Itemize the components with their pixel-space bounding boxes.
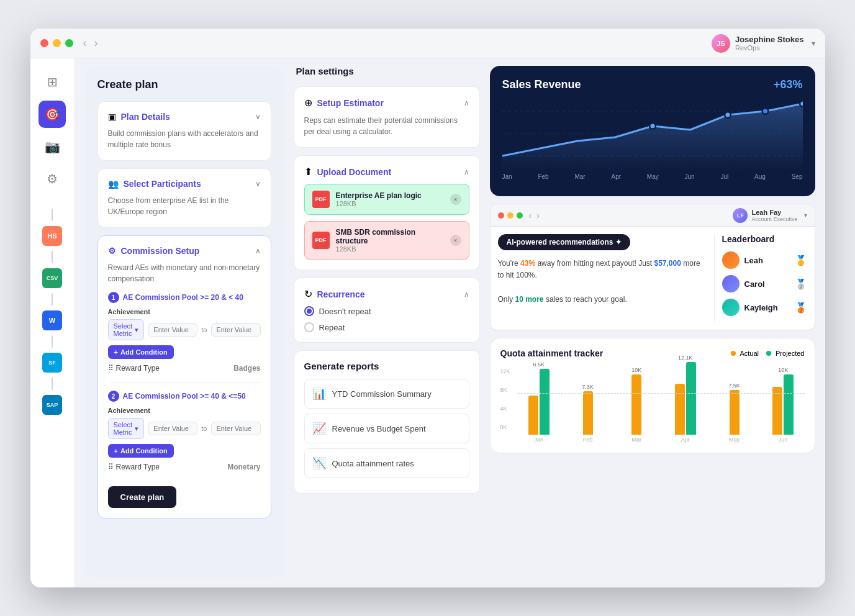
bar-label-feb: Feb — [583, 437, 593, 443]
bar-label-jan: Jan — [535, 437, 544, 443]
mini-minimize-button[interactable] — [507, 212, 513, 219]
create-plan-button[interactable]: Create plan — [108, 486, 177, 508]
sidebar-item-target[interactable]: 🎯 — [38, 101, 66, 128]
forward-arrow[interactable]: › — [94, 37, 98, 50]
add-condition-label: Add Condition — [120, 348, 168, 356]
leaderboard-item-carol: Carol 🥈 — [722, 275, 807, 292]
pool-1-value-input-1[interactable] — [148, 323, 197, 337]
mini-user-details: Leah Fay Account Executive — [751, 209, 797, 222]
file-1-info: Enterprise AE plan logic 128KB — [336, 191, 444, 207]
estimator-desc: Reps can estimate their potential commis… — [304, 115, 469, 137]
plan-details-section: ▣ Plan Details ∨ Build commission plans … — [97, 101, 271, 161]
hubspot-plugin-icon[interactable]: HS — [42, 226, 62, 246]
generate-reports-card: Generate reports 📊 YTD Commission Summar… — [294, 350, 480, 494]
mini-user-chevron[interactable]: ▾ — [804, 212, 807, 219]
user-details: Josephine Stokes RevOps — [735, 35, 804, 52]
sidebar-item-settings[interactable]: ⚙ — [38, 165, 66, 192]
sidebar-item-grid[interactable]: ⊞ — [38, 68, 66, 96]
y-label-0k: 0K — [500, 424, 513, 430]
commission-title-text: Commission Setup — [121, 246, 200, 256]
ai-badge-text: AI-powered recommendations ✦ — [507, 238, 622, 247]
window-controls — [40, 39, 73, 47]
user-info[interactable]: JS Josephine Stokes RevOps ▾ — [712, 34, 815, 53]
chart-label-jul: Jul — [720, 173, 728, 180]
mini-nav[interactable]: ‹ › — [529, 211, 540, 220]
quota-report-icon: 📉 — [312, 456, 326, 470]
file-2-close-button[interactable]: × — [450, 235, 461, 246]
sidebar-divider-3 — [52, 293, 53, 306]
sidebar-item-camera[interactable]: 📷 — [38, 133, 66, 160]
quota-attainment-card: Quota attainment tracker Actual Projecte… — [490, 338, 815, 453]
pool-1-metric-text: Select Metric — [114, 322, 133, 337]
sidebar-plugins: HS CSV W SF SAP — [42, 207, 62, 415]
pool-2-add-condition-label: Add Condition — [120, 447, 168, 455]
bar-pair-feb — [583, 391, 593, 435]
pool-2-metric-text: Select Metric — [114, 421, 133, 436]
salesforce-plugin-icon[interactable]: SF — [42, 353, 62, 373]
commission-chevron[interactable]: ∧ — [255, 247, 261, 255]
report-item-ytd[interactable]: 📊 YTD Commission Summary — [304, 379, 469, 409]
recurrence-chevron[interactable]: ∧ — [464, 290, 469, 299]
upload-document-header[interactable]: ⬆ Upload Document ∧ — [304, 166, 469, 178]
doesnt-repeat-option[interactable]: Doesn't repeat — [304, 306, 469, 316]
bar-label-mar: Mar — [631, 437, 641, 443]
estimator-header-left: ⊕ Setup Estimator — [304, 97, 384, 109]
sidebar-divider-4 — [52, 335, 53, 348]
recurrence-header[interactable]: ↻ Recurrence ∧ — [304, 288, 469, 300]
sap-plugin-icon[interactable]: SAP — [42, 395, 62, 415]
leaderboard-item-leah: Leah 🥇 — [722, 251, 807, 269]
back-arrow[interactable]: ‹ — [83, 37, 87, 50]
sidebar-divider-2 — [52, 251, 53, 263]
nav-arrows[interactable]: ‹ › — [83, 37, 98, 50]
pool-2-value-input-1[interactable] — [148, 422, 197, 435]
doesnt-repeat-radio[interactable] — [304, 306, 314, 316]
bar-apr-actual — [675, 384, 685, 435]
pool-2-add-condition-button[interactable]: + Add Condition — [108, 444, 174, 458]
svg-point-4 — [649, 123, 656, 129]
pool-2-value-input-2[interactable] — [211, 422, 261, 435]
recurrence-header-left: ↻ Recurrence — [304, 288, 365, 300]
estimator-chevron[interactable]: ∧ — [464, 99, 469, 107]
plan-details-chevron[interactable]: ∨ — [255, 112, 261, 121]
word-plugin-icon[interactable]: W — [42, 310, 62, 330]
pool-divider — [108, 383, 261, 383]
pool-2-metric-select[interactable]: Select Metric ▾ — [108, 418, 145, 439]
select-participants-header[interactable]: 👥 Select Participants ∨ — [108, 179, 261, 189]
pool-1-add-condition-button[interactable]: + Add Condition — [108, 345, 174, 359]
upload-chevron[interactable]: ∧ — [464, 168, 469, 176]
leah-badge: 🥇 — [795, 255, 807, 266]
bar-group-may: 7.5K May — [713, 383, 756, 443]
mini-back-arrow[interactable]: ‹ — [529, 211, 532, 220]
commission-header: ⚙ Commission Setup ∧ — [108, 246, 261, 256]
repeat-option[interactable]: Repeat — [304, 322, 469, 332]
dashed-line-8k — [518, 393, 805, 394]
plan-details-header[interactable]: ▣ Plan Details ∨ — [108, 112, 261, 122]
minimize-button[interactable] — [53, 39, 61, 47]
ai-badge[interactable]: AI-powered recommendations ✦ — [498, 234, 630, 250]
sales-revenue-card: Sales Revenue +63% — [490, 66, 815, 196]
close-button[interactable] — [40, 39, 48, 47]
file-1-close-button[interactable]: × — [450, 194, 461, 205]
csv-plugin-icon[interactable]: CSV — [42, 268, 62, 288]
bar-group-mar: 10K Mar — [615, 367, 658, 443]
mini-forward-arrow[interactable]: › — [536, 211, 540, 220]
bar-group-jun: 10K Jun — [762, 367, 805, 443]
mini-close-button[interactable] — [498, 212, 504, 219]
pool-2-achievement-label: Achievement — [108, 407, 261, 414]
maximize-button[interactable] — [65, 39, 73, 47]
report-item-revenue[interactable]: 📈 Revenue vs Budget Spent — [304, 414, 469, 443]
bar-mar-actual — [631, 374, 641, 435]
report-item-quota[interactable]: 📉 Quota attainment rates — [304, 448, 469, 478]
repeat-radio[interactable] — [304, 322, 314, 332]
chevron-down-icon[interactable]: ▾ — [812, 39, 815, 48]
pool-2-reward-row: ⠿ Reward Type Monetary — [108, 463, 261, 471]
pool-1-metric-select[interactable]: Select Metric ▾ — [108, 319, 145, 340]
setup-estimator-header[interactable]: ⊕ Setup Estimator ∧ — [304, 97, 469, 109]
pool-2-to: to — [201, 425, 207, 432]
y-label-8k: 8K — [500, 387, 513, 393]
chart-label-apr: Apr — [611, 173, 621, 180]
pool-1-value-input-2[interactable] — [211, 323, 261, 337]
mini-maximize-button[interactable] — [517, 212, 523, 219]
participants-chevron[interactable]: ∨ — [255, 179, 261, 188]
bar-label-may-actual: 7.5K — [728, 383, 740, 389]
